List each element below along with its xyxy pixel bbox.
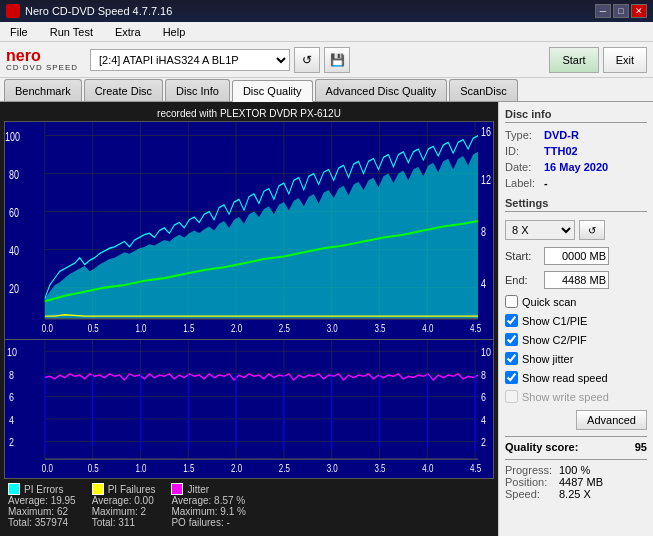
toolbar: nero CD·DVD SPEED [2:4] ATAPI iHAS324 A … [0, 42, 653, 78]
jitter-max: Maximum: 9.1 % [171, 506, 245, 517]
menu-file[interactable]: File [4, 24, 34, 40]
disc-date-value: 16 May 2020 [544, 161, 608, 173]
title-bar-text: Nero CD-DVD Speed 4.7.7.16 [25, 5, 172, 17]
svg-text:8: 8 [481, 225, 486, 239]
svg-text:3.5: 3.5 [374, 463, 385, 474]
disc-type-value: DVD-R [544, 129, 579, 141]
start-input[interactable] [544, 247, 609, 265]
svg-text:2.0: 2.0 [231, 463, 242, 474]
start-button[interactable]: Start [549, 47, 598, 73]
start-label: Start: [505, 250, 540, 262]
menu-extra[interactable]: Extra [109, 24, 147, 40]
bottom-chart: 10 8 6 4 2 10 8 6 4 2 [4, 340, 494, 479]
refresh-button[interactable]: ↺ [294, 47, 320, 73]
tab-advanced-disc-quality[interactable]: Advanced Disc Quality [315, 79, 448, 101]
tab-benchmark[interactable]: Benchmark [4, 79, 82, 101]
quick-scan-checkbox[interactable] [505, 295, 518, 308]
speed-reset-button[interactable]: ↺ [579, 220, 605, 240]
disc-label-value: - [544, 177, 548, 189]
nero-brand-bottom: CD·DVD SPEED [6, 64, 78, 72]
end-field-row: End: [505, 271, 647, 289]
tab-disc-info[interactable]: Disc Info [165, 79, 230, 101]
show-write-speed-checkbox[interactable] [505, 390, 518, 403]
disc-id-label: ID: [505, 145, 540, 157]
svg-text:4.0: 4.0 [422, 322, 433, 335]
svg-rect-37 [5, 340, 493, 478]
svg-text:6: 6 [481, 392, 486, 404]
svg-text:0.5: 0.5 [88, 463, 99, 474]
legend-area: PI Errors Average: 19.95 Maximum: 62 Tot… [4, 479, 494, 532]
speed-value-progress: 8.25 X [559, 488, 591, 500]
svg-text:8: 8 [481, 369, 486, 381]
jitter-avg: Average: 8.57 % [171, 495, 245, 506]
svg-text:4: 4 [481, 276, 486, 290]
nero-brand-top: nero [6, 48, 78, 64]
advanced-button[interactable]: Advanced [576, 410, 647, 430]
show-jitter-checkbox[interactable] [505, 352, 518, 365]
position-row: Position: 4487 MB [505, 476, 647, 488]
show-c2pif-checkbox[interactable] [505, 333, 518, 346]
tab-scan-disc[interactable]: ScanDisc [449, 79, 517, 101]
pi-failures-max: Maximum: 2 [92, 506, 156, 517]
menu-help[interactable]: Help [157, 24, 192, 40]
quick-scan-label: Quick scan [522, 296, 576, 308]
svg-text:2.5: 2.5 [279, 322, 290, 335]
maximize-button[interactable]: □ [613, 4, 629, 18]
pi-errors-color [8, 483, 20, 495]
menu-run-test[interactable]: Run Test [44, 24, 99, 40]
disc-id-value: TTH02 [544, 145, 578, 157]
svg-text:1.5: 1.5 [183, 463, 194, 474]
show-read-speed-checkbox[interactable] [505, 371, 518, 384]
position-value: 4487 MB [559, 476, 603, 488]
jitter-color [171, 483, 183, 495]
quality-score-value: 95 [635, 441, 647, 453]
svg-text:60: 60 [9, 206, 19, 220]
close-button[interactable]: ✕ [631, 4, 647, 18]
show-jitter-row: Show jitter [505, 352, 647, 365]
progress-row: Progress: 100 % [505, 464, 647, 476]
save-button[interactable]: 💾 [324, 47, 350, 73]
end-input[interactable] [544, 271, 609, 289]
show-jitter-label: Show jitter [522, 353, 573, 365]
title-bar: Nero CD-DVD Speed 4.7.7.16 ─ □ ✕ [0, 0, 653, 22]
speed-label-progress: Speed: [505, 488, 555, 500]
disc-type-row: Type: DVD-R [505, 129, 647, 141]
title-bar-controls[interactable]: ─ □ ✕ [595, 4, 647, 18]
exit-button[interactable]: Exit [603, 47, 647, 73]
tab-create-disc[interactable]: Create Disc [84, 79, 163, 101]
svg-text:2: 2 [481, 437, 486, 449]
svg-text:1.5: 1.5 [183, 322, 194, 335]
tab-disc-quality[interactable]: Disc Quality [232, 80, 313, 102]
svg-text:3.5: 3.5 [374, 322, 385, 335]
show-c1pie-label: Show C1/PIE [522, 315, 587, 327]
show-c1pie-checkbox[interactable] [505, 314, 518, 327]
svg-text:3.0: 3.0 [327, 322, 338, 335]
show-read-speed-label: Show read speed [522, 372, 608, 384]
nero-logo: nero CD·DVD SPEED [6, 48, 78, 72]
po-failures: PO failures: - [171, 517, 245, 528]
disc-info-title: Disc info [505, 108, 647, 123]
quality-score-row: Quality score: 95 [505, 441, 647, 453]
speed-row: 8 X Maximum 2 X 4 X ↺ [505, 220, 647, 240]
pi-errors-max: Maximum: 62 [8, 506, 76, 517]
pi-errors-title: PI Errors [24, 484, 63, 495]
minimize-button[interactable]: ─ [595, 4, 611, 18]
svg-text:1.0: 1.0 [135, 463, 146, 474]
progress-label: Progress: [505, 464, 555, 476]
jitter-title: Jitter [187, 484, 209, 495]
svg-text:4.5: 4.5 [470, 322, 481, 335]
disc-label-row: Label: - [505, 177, 647, 189]
quick-scan-row: Quick scan [505, 295, 647, 308]
pi-failures-avg: Average: 0.00 [92, 495, 156, 506]
speed-select[interactable]: 8 X Maximum 2 X 4 X [505, 220, 575, 240]
drive-select[interactable]: [2:4] ATAPI iHAS324 A BL1P [90, 49, 290, 71]
disc-id-row: ID: TTH02 [505, 145, 647, 157]
pi-failures-title: PI Failures [108, 484, 156, 495]
top-chart: 100 80 60 40 20 16 12 8 4 [4, 121, 494, 340]
disc-type-label: Type: [505, 129, 540, 141]
pi-failures-total: Total: 311 [92, 517, 156, 528]
svg-text:1.0: 1.0 [135, 322, 146, 335]
start-field-row: Start: [505, 247, 647, 265]
tab-bar: Benchmark Create Disc Disc Info Disc Qua… [0, 78, 653, 102]
show-read-speed-row: Show read speed [505, 371, 647, 384]
